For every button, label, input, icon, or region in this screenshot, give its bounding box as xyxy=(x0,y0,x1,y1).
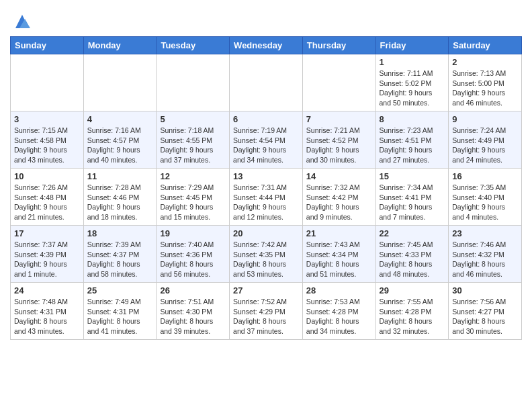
day-info: Sunrise: 7:11 AM Sunset: 5:02 PM Dayligh… xyxy=(380,69,433,107)
col-header-friday: Friday xyxy=(375,37,449,54)
week-row-2: 3Sunrise: 7:15 AM Sunset: 4:58 PM Daylig… xyxy=(11,111,522,169)
day-info: Sunrise: 7:31 AM Sunset: 4:44 PM Dayligh… xyxy=(233,183,287,221)
day-info: Sunrise: 7:48 AM Sunset: 4:31 PM Dayligh… xyxy=(14,298,68,335)
day-info: Sunrise: 7:29 AM Sunset: 4:45 PM Dayligh… xyxy=(160,183,214,221)
day-cell: 2Sunrise: 7:13 AM Sunset: 5:00 PM Daylig… xyxy=(449,54,522,111)
day-number: 16 xyxy=(452,171,518,181)
day-info: Sunrise: 7:55 AM Sunset: 4:28 PM Dayligh… xyxy=(380,298,433,335)
day-info: Sunrise: 7:19 AM Sunset: 4:54 PM Dayligh… xyxy=(233,126,287,164)
day-cell xyxy=(230,54,303,111)
day-info: Sunrise: 7:49 AM Sunset: 4:31 PM Dayligh… xyxy=(87,298,141,335)
day-info: Sunrise: 7:52 AM Sunset: 4:29 PM Dayligh… xyxy=(233,298,287,335)
col-header-sunday: Sunday xyxy=(11,37,84,54)
col-header-monday: Monday xyxy=(83,37,157,54)
day-cell: 25Sunrise: 7:49 AM Sunset: 4:31 PM Dayli… xyxy=(83,283,157,340)
day-cell: 4Sunrise: 7:16 AM Sunset: 4:57 PM Daylig… xyxy=(83,111,157,169)
day-number: 2 xyxy=(452,57,518,67)
day-cell: 23Sunrise: 7:46 AM Sunset: 4:32 PM Dayli… xyxy=(449,226,522,283)
day-number: 28 xyxy=(306,285,372,295)
day-info: Sunrise: 7:15 AM Sunset: 4:58 PM Dayligh… xyxy=(14,126,68,164)
day-cell: 19Sunrise: 7:40 AM Sunset: 4:36 PM Dayli… xyxy=(157,226,230,283)
week-row-3: 10Sunrise: 7:26 AM Sunset: 4:48 PM Dayli… xyxy=(11,169,522,226)
day-cell: 22Sunrise: 7:45 AM Sunset: 4:33 PM Dayli… xyxy=(375,226,449,283)
day-number: 15 xyxy=(380,171,445,181)
week-row-1: 1Sunrise: 7:11 AM Sunset: 5:02 PM Daylig… xyxy=(11,54,522,111)
day-info: Sunrise: 7:37 AM Sunset: 4:39 PM Dayligh… xyxy=(14,240,68,278)
calendar-table: SundayMondayTuesdayWednesdayThursdayFrid… xyxy=(10,36,522,340)
day-cell: 15Sunrise: 7:34 AM Sunset: 4:41 PM Dayli… xyxy=(375,169,449,226)
day-cell xyxy=(157,54,230,111)
day-info: Sunrise: 7:18 AM Sunset: 4:55 PM Dayligh… xyxy=(160,126,214,164)
day-number: 27 xyxy=(233,285,299,295)
day-cell: 28Sunrise: 7:53 AM Sunset: 4:28 PM Dayli… xyxy=(302,283,375,340)
day-cell: 9Sunrise: 7:24 AM Sunset: 4:49 PM Daylig… xyxy=(449,111,522,169)
day-number: 17 xyxy=(14,228,80,238)
day-cell: 24Sunrise: 7:48 AM Sunset: 4:31 PM Dayli… xyxy=(11,283,84,340)
header-row: SundayMondayTuesdayWednesdayThursdayFrid… xyxy=(11,37,522,54)
day-cell: 7Sunrise: 7:21 AM Sunset: 4:52 PM Daylig… xyxy=(302,111,375,169)
day-number: 13 xyxy=(233,171,299,181)
day-cell: 30Sunrise: 7:56 AM Sunset: 4:27 PM Dayli… xyxy=(449,283,522,340)
col-header-wednesday: Wednesday xyxy=(230,37,303,54)
day-cell: 26Sunrise: 7:51 AM Sunset: 4:30 PM Dayli… xyxy=(157,283,230,340)
day-number: 6 xyxy=(233,114,299,124)
col-header-thursday: Thursday xyxy=(302,37,375,54)
day-cell xyxy=(83,54,157,111)
day-number: 1 xyxy=(380,57,445,67)
day-cell: 6Sunrise: 7:19 AM Sunset: 4:54 PM Daylig… xyxy=(230,111,303,169)
day-number: 30 xyxy=(452,285,518,295)
day-cell: 17Sunrise: 7:37 AM Sunset: 4:39 PM Dayli… xyxy=(11,226,84,283)
day-number: 26 xyxy=(160,285,226,295)
day-cell: 16Sunrise: 7:35 AM Sunset: 4:40 PM Dayli… xyxy=(449,169,522,226)
day-cell: 29Sunrise: 7:55 AM Sunset: 4:28 PM Dayli… xyxy=(375,283,449,340)
day-cell: 20Sunrise: 7:42 AM Sunset: 4:35 PM Dayli… xyxy=(230,226,303,283)
day-number: 11 xyxy=(87,171,153,181)
day-number: 9 xyxy=(452,114,518,124)
day-number: 22 xyxy=(380,228,445,238)
day-cell: 13Sunrise: 7:31 AM Sunset: 4:44 PM Dayli… xyxy=(230,169,303,226)
day-cell: 21Sunrise: 7:43 AM Sunset: 4:34 PM Dayli… xyxy=(302,226,375,283)
day-number: 18 xyxy=(87,228,153,238)
day-number: 25 xyxy=(87,285,153,295)
day-cell: 3Sunrise: 7:15 AM Sunset: 4:58 PM Daylig… xyxy=(11,111,84,169)
day-cell xyxy=(11,54,84,111)
day-info: Sunrise: 7:42 AM Sunset: 4:35 PM Dayligh… xyxy=(233,240,287,278)
day-info: Sunrise: 7:16 AM Sunset: 4:57 PM Dayligh… xyxy=(87,126,141,164)
day-info: Sunrise: 7:34 AM Sunset: 4:41 PM Dayligh… xyxy=(380,183,433,221)
day-cell: 1Sunrise: 7:11 AM Sunset: 5:02 PM Daylig… xyxy=(375,54,449,111)
day-cell: 12Sunrise: 7:29 AM Sunset: 4:45 PM Dayli… xyxy=(157,169,230,226)
day-info: Sunrise: 7:13 AM Sunset: 5:00 PM Dayligh… xyxy=(452,69,506,107)
day-info: Sunrise: 7:21 AM Sunset: 4:52 PM Dayligh… xyxy=(306,126,360,164)
day-number: 10 xyxy=(14,171,80,181)
day-number: 24 xyxy=(14,285,80,295)
week-row-5: 24Sunrise: 7:48 AM Sunset: 4:31 PM Dayli… xyxy=(11,283,522,340)
logo-icon xyxy=(13,12,32,31)
day-info: Sunrise: 7:43 AM Sunset: 4:34 PM Dayligh… xyxy=(306,240,360,278)
day-number: 23 xyxy=(452,228,518,238)
day-number: 7 xyxy=(306,114,372,124)
day-number: 3 xyxy=(14,114,80,124)
day-number: 14 xyxy=(306,171,372,181)
day-number: 19 xyxy=(160,228,226,238)
day-number: 29 xyxy=(380,285,445,295)
day-info: Sunrise: 7:24 AM Sunset: 4:49 PM Dayligh… xyxy=(452,126,506,164)
header-area xyxy=(10,7,522,31)
day-number: 21 xyxy=(306,228,372,238)
day-info: Sunrise: 7:26 AM Sunset: 4:48 PM Dayligh… xyxy=(14,183,68,221)
day-number: 8 xyxy=(380,114,445,124)
day-info: Sunrise: 7:56 AM Sunset: 4:27 PM Dayligh… xyxy=(452,298,506,335)
day-info: Sunrise: 7:28 AM Sunset: 4:46 PM Dayligh… xyxy=(87,183,141,221)
day-info: Sunrise: 7:45 AM Sunset: 4:33 PM Dayligh… xyxy=(380,240,433,278)
day-cell: 18Sunrise: 7:39 AM Sunset: 4:37 PM Dayli… xyxy=(83,226,157,283)
logo xyxy=(10,12,32,31)
day-cell: 27Sunrise: 7:52 AM Sunset: 4:29 PM Dayli… xyxy=(230,283,303,340)
day-cell: 11Sunrise: 7:28 AM Sunset: 4:46 PM Dayli… xyxy=(83,169,157,226)
day-info: Sunrise: 7:32 AM Sunset: 4:42 PM Dayligh… xyxy=(306,183,360,221)
day-info: Sunrise: 7:46 AM Sunset: 4:32 PM Dayligh… xyxy=(452,240,506,278)
week-row-4: 17Sunrise: 7:37 AM Sunset: 4:39 PM Dayli… xyxy=(11,226,522,283)
day-info: Sunrise: 7:40 AM Sunset: 4:36 PM Dayligh… xyxy=(160,240,214,278)
day-info: Sunrise: 7:39 AM Sunset: 4:37 PM Dayligh… xyxy=(87,240,141,278)
col-header-saturday: Saturday xyxy=(449,37,522,54)
day-cell xyxy=(302,54,375,111)
day-info: Sunrise: 7:53 AM Sunset: 4:28 PM Dayligh… xyxy=(306,298,360,335)
